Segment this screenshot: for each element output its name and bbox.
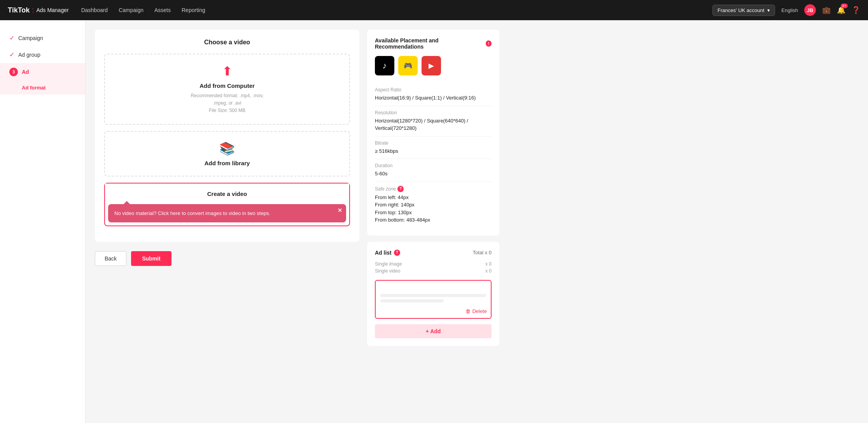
nav-right: Frances' UK account ▾ English JB 💼 🔔 9+ …: [712, 4, 860, 16]
add-from-computer-option[interactable]: ⬆ Add from Computer Recommended format: …: [104, 54, 350, 125]
spec-table: Aspect Ratio Horizontal(16:9) / Square(1…: [375, 83, 492, 228]
single-video-count-row: Single video x 0: [375, 267, 492, 274]
chevron-down-icon: ▾: [767, 7, 770, 13]
nav-reporting[interactable]: Reporting: [182, 7, 205, 13]
sidebar-adgroup-label: Ad group: [18, 52, 40, 58]
language-selector[interactable]: English: [781, 7, 798, 13]
help-icon[interactable]: ❓: [852, 6, 860, 14]
adformat-label: Ad format: [22, 85, 46, 91]
notification-badge: 9+: [841, 3, 848, 8]
spec-duration: Duration 5-60s: [375, 159, 492, 182]
add-from-library-option[interactable]: 📚 Add from library: [104, 131, 350, 177]
sidebar-item-adformat[interactable]: Ad format: [0, 81, 85, 94]
notification-icon[interactable]: 🔔 9+: [837, 6, 845, 14]
platform-buzz[interactable]: 🎮: [398, 56, 418, 75]
logo-ads: Ads Manager: [36, 7, 68, 13]
nav-links: Dashboard Campaign Assets Reporting: [81, 7, 700, 13]
spec-safezone: Safe zone ? From left: 44px From right: …: [375, 182, 492, 228]
nav-campaign[interactable]: Campaign: [119, 7, 144, 13]
add-computer-label: Add from Computer: [114, 82, 340, 89]
single-image-count-row: Single image x 0: [375, 260, 492, 267]
back-button[interactable]: Back: [95, 251, 126, 266]
upload-icon: ⬆: [114, 64, 340, 79]
spec-resolution: Resolution Horizontal(1280*720) / Square…: [375, 106, 492, 136]
sidebar: ✓ Campaign ✓ Ad group 3 Ad Ad format: [0, 20, 86, 423]
tooltip-close-button[interactable]: ✕: [338, 207, 342, 213]
adlist-info-icon[interactable]: ?: [394, 250, 400, 256]
placement-card: Available Placement and Recommendations …: [367, 30, 499, 236]
library-icon: 📚: [114, 141, 340, 156]
ad-preview-box: 🗑 Delete: [375, 280, 492, 319]
preview-lines: [380, 294, 486, 305]
create-video-button[interactable]: Create a video: [105, 184, 349, 204]
placement-title: Available Placement and Recommendations …: [375, 37, 492, 50]
nav-assets[interactable]: Assets: [154, 7, 171, 13]
buzz-icon: 🎮: [398, 56, 418, 75]
choose-video-card: Choose a video ⬆ Add from Computer Recom…: [95, 30, 359, 242]
check-icon: ✓: [9, 34, 14, 42]
preview-line-1: [380, 294, 486, 297]
pangle-icon: ▶: [422, 56, 441, 75]
tooltip-text: No video material? Click here to convert…: [114, 210, 270, 216]
safezone-info-icon[interactable]: ?: [397, 186, 404, 192]
submit-button[interactable]: Submit: [131, 251, 171, 266]
placement-info-icon[interactable]: !: [486, 40, 492, 47]
topnav: TikTok: Ads Manager Dashboard Campaign A…: [0, 0, 868, 20]
right-section: Available Placement and Recommendations …: [367, 30, 499, 414]
platform-icons: ♪ 🎮 ▶: [375, 56, 492, 75]
ad-list-card: Ad list ? Total x 0 Single image x 0 Sin…: [367, 242, 499, 346]
ad-list-header: Ad list ? Total x 0: [375, 250, 492, 256]
step-circle: 3: [9, 68, 18, 76]
create-video-wrapper: Create a video ✕ No video material? Clic…: [104, 183, 350, 227]
center-panel: Choose a video ⬆ Add from Computer Recom…: [95, 30, 359, 414]
briefcase-icon[interactable]: 💼: [822, 6, 831, 14]
check-icon-adgroup: ✓: [9, 51, 14, 58]
ad-list-total: Total x 0: [473, 250, 492, 255]
bottom-buttons: Back Submit: [95, 248, 359, 266]
account-selector[interactable]: Frances' UK account ▾: [712, 5, 775, 16]
layout: ✓ Campaign ✓ Ad group 3 Ad Ad format Cho…: [0, 20, 868, 423]
add-button[interactable]: + Add: [375, 324, 492, 338]
platform-tiktok[interactable]: ♪: [375, 56, 394, 75]
nav-dashboard[interactable]: Dashboard: [81, 7, 108, 13]
spec-bitrate: Bitrate ≥ 516kbps: [375, 136, 492, 159]
sidebar-campaign-label: Campaign: [18, 35, 43, 41]
trash-icon: 🗑: [466, 308, 471, 314]
delete-button[interactable]: 🗑 Delete: [466, 308, 487, 314]
sidebar-item-campaign[interactable]: ✓ Campaign: [0, 30, 85, 46]
add-computer-hint: Recommended format: .mp4, .mov, .mpeg, o…: [114, 92, 340, 115]
sidebar-item-ad[interactable]: 3 Ad: [0, 63, 85, 81]
avatar[interactable]: JB: [804, 4, 816, 16]
sidebar-item-adgroup[interactable]: ✓ Ad group: [0, 46, 85, 63]
logo: TikTok: Ads Manager: [8, 6, 69, 14]
logo-tiktok: TikTok: [8, 6, 30, 14]
main-content: Choose a video ⬆ Add from Computer Recom…: [86, 20, 868, 423]
sidebar-ad-label: Ad: [22, 69, 29, 75]
panel-title: Choose a video: [104, 39, 350, 46]
ad-list-counts: Single image x 0 Single video x 0: [375, 260, 492, 274]
tiktok-icon: ♪: [375, 56, 394, 75]
platform-pangle[interactable]: ▶: [422, 56, 441, 75]
library-label: Add from library: [114, 160, 340, 166]
preview-line-2: [380, 299, 444, 302]
spec-aspect-ratio: Aspect Ratio Horizontal(16:9) / Square(1…: [375, 83, 492, 106]
tooltip-popup: ✕ No video material? Click here to conve…: [108, 204, 346, 223]
ad-list-title: Ad list ?: [375, 250, 400, 256]
